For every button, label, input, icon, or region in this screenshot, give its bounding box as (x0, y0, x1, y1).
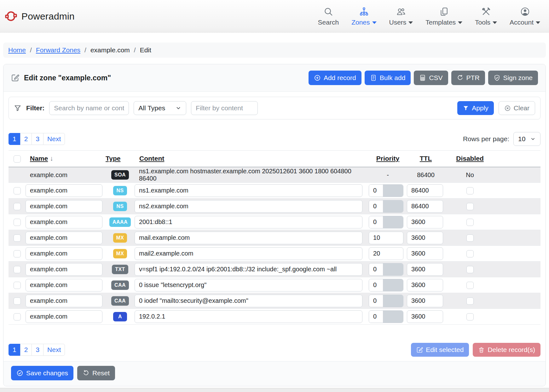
clear-filter-button[interactable]: Clear (499, 101, 535, 115)
record-content-input[interactable] (135, 216, 362, 228)
record-priority-input[interactable] (369, 247, 403, 260)
bulk-add-button[interactable]: Bulk add (365, 71, 411, 85)
record-disabled-checkbox[interactable] (466, 219, 474, 226)
record-content-input[interactable] (135, 200, 362, 213)
ptr-button[interactable]: PTR (451, 71, 485, 85)
record-content-input[interactable] (135, 310, 362, 323)
record-name-input[interactable] (26, 310, 102, 323)
nav-item-templates[interactable]: Templates (425, 7, 462, 26)
page-button-next[interactable]: Next (43, 133, 65, 145)
page-button-3[interactable]: 3 (32, 344, 43, 356)
nav-item-search[interactable]: Search (318, 7, 339, 26)
delete-records-button[interactable]: Delete record(s) (473, 343, 540, 357)
rows-per-page-select[interactable]: 10 (513, 132, 540, 146)
record-name-input[interactable] (26, 216, 102, 228)
sort-by-content[interactable]: Content (139, 155, 164, 162)
brand-link[interactable]: Poweradmin (4, 10, 75, 23)
record-name-input[interactable] (26, 295, 102, 307)
save-changes-button[interactable]: Save changes (11, 366, 73, 380)
record-name-input[interactable] (26, 279, 102, 291)
record-disabled-checkbox[interactable] (466, 297, 474, 305)
select-all-checkbox[interactable] (14, 155, 21, 163)
row-select-checkbox[interactable] (14, 187, 21, 194)
filter-type-select[interactable]: All Types (134, 101, 186, 115)
breadcrumb-separator: / (134, 46, 136, 54)
button-label: CSV (429, 74, 442, 82)
page-button-2[interactable]: 2 (20, 344, 32, 356)
record-ttl-input[interactable] (407, 310, 443, 323)
row-select-checkbox[interactable] (14, 266, 21, 273)
filter-name-input[interactable] (49, 101, 129, 115)
record-disabled-checkbox[interactable] (466, 187, 474, 194)
record-content-input[interactable] (135, 184, 362, 197)
sign-zone-button[interactable]: Sign zone (488, 71, 538, 85)
nav-item-users[interactable]: Users (389, 7, 413, 26)
row-select-checkbox[interactable] (14, 203, 21, 210)
sort-by-type[interactable]: Type (106, 155, 120, 162)
record-ttl-input[interactable] (407, 200, 443, 213)
record-disabled-checkbox[interactable] (466, 282, 474, 289)
record-ttl-input[interactable] (407, 216, 443, 228)
list-controls-top: 1 2 3 Next Rows per page: 10 (9, 132, 540, 146)
page-footer (0, 388, 549, 392)
record-name-input[interactable] (26, 263, 102, 276)
tools-icon (481, 7, 491, 16)
sort-by-name[interactable]: Name (30, 155, 48, 162)
record-content-input[interactable] (135, 295, 362, 307)
sort-by-ttl[interactable]: TTL (420, 155, 432, 162)
record-ttl-input[interactable] (407, 232, 443, 244)
record-content-input[interactable] (135, 263, 362, 276)
record-ttl-input[interactable] (407, 247, 443, 260)
apply-filter-button[interactable]: Apply (457, 101, 494, 115)
rows-per-page-label: Rows per page: (463, 135, 509, 143)
row-select-checkbox[interactable] (14, 219, 21, 226)
record-disabled-checkbox[interactable] (466, 266, 474, 273)
table-row: A 0 (9, 309, 540, 325)
record-name-input[interactable] (26, 247, 102, 260)
record-content-input[interactable] (135, 232, 362, 244)
priority-disabled-fill (383, 200, 403, 212)
row-select-checkbox[interactable] (14, 282, 21, 289)
csv-button[interactable]: CSV (414, 71, 448, 85)
record-disabled-checkbox[interactable] (466, 203, 474, 210)
record-ttl-input[interactable] (407, 184, 443, 197)
breadcrumb-forward-zones-link[interactable]: Forward Zones (36, 46, 80, 54)
row-select-checkbox[interactable] (14, 297, 21, 305)
page-button-2[interactable]: 2 (20, 133, 32, 145)
row-select-checkbox[interactable] (14, 234, 21, 242)
add-record-button[interactable]: Add record (309, 71, 361, 85)
nav-item-tools[interactable]: Tools (475, 7, 497, 26)
record-ttl-input[interactable] (407, 295, 443, 307)
record-priority-input[interactable] (369, 232, 403, 244)
nav-item-account[interactable]: Account (510, 7, 540, 26)
nav-label: Search (318, 19, 339, 26)
record-disabled-checkbox[interactable] (466, 313, 474, 320)
record-ttl-input[interactable] (407, 279, 443, 291)
table-row: MX (9, 230, 540, 246)
sort-by-disabled[interactable]: Disabled (456, 155, 484, 162)
main-nav: Search Zones (318, 7, 540, 26)
nav-item-zones[interactable]: Zones (351, 7, 376, 26)
page-button-3[interactable]: 3 (32, 133, 43, 145)
page-button-1[interactable]: 1 (9, 344, 20, 356)
row-select-checkbox[interactable] (14, 313, 21, 320)
pencil-square-icon (11, 74, 19, 82)
page-button-1[interactable]: 1 (9, 133, 20, 145)
record-name-input[interactable] (26, 184, 102, 197)
filter-content-input[interactable] (191, 101, 258, 115)
record-name-input[interactable] (26, 232, 102, 244)
page-button-next[interactable]: Next (43, 344, 65, 356)
record-disabled-checkbox[interactable] (466, 250, 474, 257)
reset-button[interactable]: Reset (77, 366, 115, 380)
sort-by-priority[interactable]: Priority (376, 155, 400, 162)
record-content-input[interactable] (135, 279, 362, 291)
record-name-input[interactable] (26, 200, 102, 213)
record-disabled-checkbox[interactable] (466, 234, 474, 242)
row-select-checkbox[interactable] (14, 250, 21, 257)
breadcrumb-home-link[interactable]: Home (8, 46, 26, 54)
edit-selected-button[interactable]: Edit selected (411, 343, 469, 357)
record-content-input[interactable] (135, 247, 362, 260)
shield-check-icon (494, 74, 500, 81)
record-ttl-input[interactable] (407, 263, 443, 276)
x-circle-icon (504, 105, 511, 112)
